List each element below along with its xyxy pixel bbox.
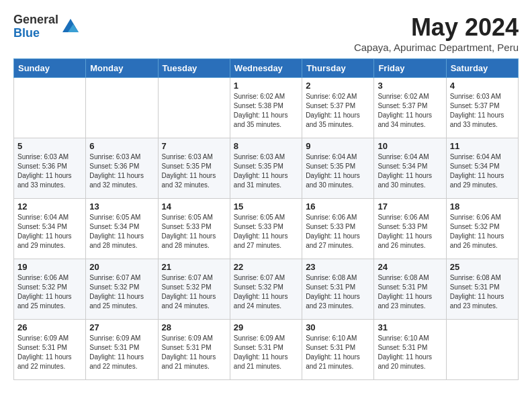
day-number: 26 (17, 322, 82, 332)
day-number: 8 (234, 141, 298, 151)
day-detail: Sunrise: 6:05 AMSunset: 5:34 PMDaylight:… (89, 213, 154, 250)
day-detail: Sunrise: 6:10 AMSunset: 5:31 PMDaylight:… (378, 334, 442, 371)
calendar-cell: 21Sunrise: 6:07 AMSunset: 5:32 PMDayligh… (158, 259, 230, 320)
page-container: General Blue May 2024 Capaya, Apurimac D… (13, 13, 519, 380)
day-number: 17 (378, 201, 442, 212)
calendar-cell (446, 320, 518, 380)
day-number: 7 (162, 141, 226, 151)
week-row-2: 5Sunrise: 6:03 AMSunset: 5:36 PMDaylight… (14, 138, 519, 199)
day-number: 22 (234, 262, 298, 272)
calendar-cell: 1Sunrise: 6:02 AMSunset: 5:38 PMDaylight… (230, 78, 302, 138)
day-number: 3 (378, 81, 442, 91)
calendar-cell: 13Sunrise: 6:05 AMSunset: 5:34 PMDayligh… (86, 199, 158, 259)
day-number: 10 (378, 141, 442, 151)
calendar-cell: 28Sunrise: 6:09 AMSunset: 5:31 PMDayligh… (158, 320, 230, 380)
day-detail: Sunrise: 6:09 AMSunset: 5:31 PMDaylight:… (17, 334, 82, 371)
calendar-cell: 16Sunrise: 6:06 AMSunset: 5:33 PMDayligh… (302, 199, 374, 259)
calendar-cell: 3Sunrise: 6:02 AMSunset: 5:37 PMDaylight… (374, 78, 446, 138)
calendar-cell: 19Sunrise: 6:06 AMSunset: 5:32 PMDayligh… (14, 259, 86, 320)
day-detail: Sunrise: 6:09 AMSunset: 5:31 PMDaylight:… (89, 334, 154, 371)
calendar-cell: 5Sunrise: 6:03 AMSunset: 5:36 PMDaylight… (14, 138, 86, 199)
day-detail: Sunrise: 6:04 AMSunset: 5:34 PMDaylight:… (450, 152, 515, 190)
day-detail: Sunrise: 6:07 AMSunset: 5:32 PMDaylight:… (234, 273, 298, 311)
day-detail: Sunrise: 6:07 AMSunset: 5:32 PMDaylight:… (162, 273, 226, 311)
logo-general-text: General (13, 13, 58, 27)
subtitle: Capaya, Apurimac Department, Peru (354, 42, 519, 53)
day-detail: Sunrise: 6:02 AMSunset: 5:37 PMDaylight:… (306, 92, 370, 130)
weekday-header-monday: Monday (86, 59, 158, 78)
weekday-header-saturday: Saturday (446, 59, 518, 78)
day-number: 11 (450, 141, 515, 151)
calendar-cell (86, 78, 158, 138)
calendar-cell: 17Sunrise: 6:06 AMSunset: 5:33 PMDayligh… (374, 199, 446, 259)
calendar-cell: 31Sunrise: 6:10 AMSunset: 5:31 PMDayligh… (374, 320, 446, 380)
day-detail: Sunrise: 6:08 AMSunset: 5:31 PMDaylight:… (378, 273, 442, 311)
weekday-header-friday: Friday (374, 59, 446, 78)
day-number: 21 (162, 262, 226, 272)
weekday-header-sunday: Sunday (14, 59, 86, 78)
day-number: 5 (17, 141, 82, 151)
calendar-cell: 6Sunrise: 6:03 AMSunset: 5:36 PMDaylight… (86, 138, 158, 199)
calendar-cell: 7Sunrise: 6:03 AMSunset: 5:35 PMDaylight… (158, 138, 230, 199)
calendar-cell: 11Sunrise: 6:04 AMSunset: 5:34 PMDayligh… (446, 138, 518, 199)
calendar-cell: 30Sunrise: 6:10 AMSunset: 5:31 PMDayligh… (302, 320, 374, 380)
day-detail: Sunrise: 6:04 AMSunset: 5:34 PMDaylight:… (378, 152, 442, 190)
day-number: 14 (162, 201, 226, 212)
day-detail: Sunrise: 6:08 AMSunset: 5:31 PMDaylight:… (450, 273, 515, 311)
day-number: 4 (450, 81, 515, 91)
day-detail: Sunrise: 6:09 AMSunset: 5:31 PMDaylight:… (234, 334, 298, 371)
calendar-cell: 24Sunrise: 6:08 AMSunset: 5:31 PMDayligh… (374, 259, 446, 320)
calendar-cell: 22Sunrise: 6:07 AMSunset: 5:32 PMDayligh… (230, 259, 302, 320)
week-row-5: 26Sunrise: 6:09 AMSunset: 5:31 PMDayligh… (14, 320, 519, 380)
day-detail: Sunrise: 6:06 AMSunset: 5:32 PMDaylight:… (450, 213, 515, 250)
calendar-cell (14, 78, 86, 138)
weekday-header-tuesday: Tuesday (158, 59, 230, 78)
calendar-cell: 29Sunrise: 6:09 AMSunset: 5:31 PMDayligh… (230, 320, 302, 380)
day-number: 24 (378, 262, 442, 272)
main-title: May 2024 (354, 13, 519, 42)
day-detail: Sunrise: 6:03 AMSunset: 5:36 PMDaylight:… (89, 152, 154, 190)
logo: General Blue (13, 13, 80, 40)
day-detail: Sunrise: 6:08 AMSunset: 5:31 PMDaylight:… (306, 273, 370, 311)
calendar-cell: 20Sunrise: 6:07 AMSunset: 5:32 PMDayligh… (86, 259, 158, 320)
calendar-table: SundayMondayTuesdayWednesdayThursdayFrid… (13, 58, 519, 380)
logo-blue-text: Blue (13, 27, 58, 40)
day-number: 16 (306, 201, 370, 212)
title-block: May 2024 Capaya, Apurimac Department, Pe… (354, 13, 519, 53)
day-number: 1 (234, 81, 298, 91)
calendar-cell: 26Sunrise: 6:09 AMSunset: 5:31 PMDayligh… (14, 320, 86, 380)
day-detail: Sunrise: 6:09 AMSunset: 5:31 PMDaylight:… (162, 334, 226, 371)
day-number: 18 (450, 201, 515, 212)
page-header: General Blue May 2024 Capaya, Apurimac D… (13, 13, 519, 53)
day-number: 13 (89, 201, 154, 212)
day-number: 2 (306, 81, 370, 91)
calendar-cell: 8Sunrise: 6:03 AMSunset: 5:35 PMDaylight… (230, 138, 302, 199)
day-number: 15 (234, 201, 298, 212)
day-number: 20 (89, 262, 154, 272)
logo-icon (61, 17, 80, 36)
day-detail: Sunrise: 6:06 AMSunset: 5:33 PMDaylight:… (306, 213, 370, 250)
day-detail: Sunrise: 6:02 AMSunset: 5:38 PMDaylight:… (234, 92, 298, 130)
day-detail: Sunrise: 6:03 AMSunset: 5:35 PMDaylight:… (234, 152, 298, 190)
calendar-cell: 9Sunrise: 6:04 AMSunset: 5:35 PMDaylight… (302, 138, 374, 199)
day-detail: Sunrise: 6:05 AMSunset: 5:33 PMDaylight:… (234, 213, 298, 250)
calendar-cell: 27Sunrise: 6:09 AMSunset: 5:31 PMDayligh… (86, 320, 158, 380)
calendar-cell: 23Sunrise: 6:08 AMSunset: 5:31 PMDayligh… (302, 259, 374, 320)
day-detail: Sunrise: 6:10 AMSunset: 5:31 PMDaylight:… (306, 334, 370, 371)
day-number: 19 (17, 262, 82, 272)
day-detail: Sunrise: 6:03 AMSunset: 5:35 PMDaylight:… (162, 152, 226, 190)
day-number: 28 (162, 322, 226, 332)
day-detail: Sunrise: 6:07 AMSunset: 5:32 PMDaylight:… (89, 273, 154, 311)
day-detail: Sunrise: 6:03 AMSunset: 5:37 PMDaylight:… (450, 92, 515, 130)
calendar-cell: 4Sunrise: 6:03 AMSunset: 5:37 PMDaylight… (446, 78, 518, 138)
calendar-cell: 15Sunrise: 6:05 AMSunset: 5:33 PMDayligh… (230, 199, 302, 259)
weekday-header-row: SundayMondayTuesdayWednesdayThursdayFrid… (14, 59, 519, 78)
day-detail: Sunrise: 6:02 AMSunset: 5:37 PMDaylight:… (378, 92, 442, 130)
calendar-cell: 12Sunrise: 6:04 AMSunset: 5:34 PMDayligh… (14, 199, 86, 259)
day-detail: Sunrise: 6:06 AMSunset: 5:32 PMDaylight:… (17, 273, 82, 311)
day-number: 27 (89, 322, 154, 332)
week-row-4: 19Sunrise: 6:06 AMSunset: 5:32 PMDayligh… (14, 259, 519, 320)
calendar-cell: 25Sunrise: 6:08 AMSunset: 5:31 PMDayligh… (446, 259, 518, 320)
weekday-header-thursday: Thursday (302, 59, 374, 78)
day-number: 9 (306, 141, 370, 151)
